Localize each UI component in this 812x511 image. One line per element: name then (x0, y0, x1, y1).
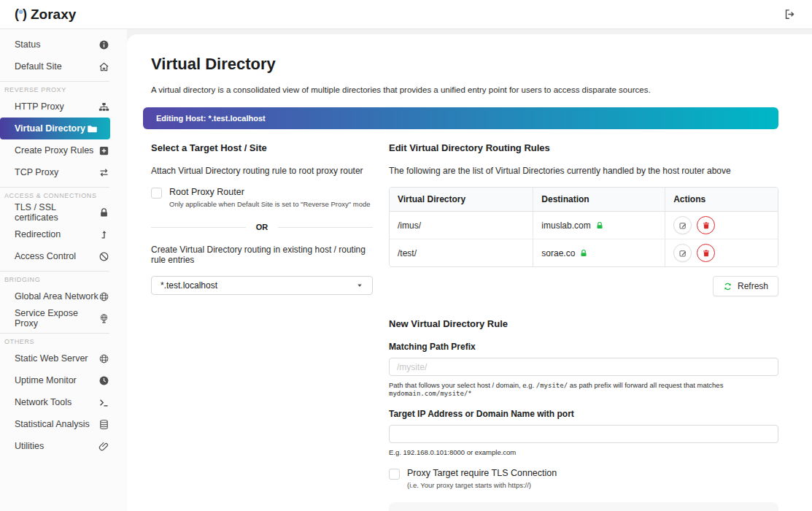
destination-text: imuslab.com (541, 220, 590, 231)
delete-rule-button[interactable] (697, 244, 715, 262)
col-header-virtual-directory: Virtual Directory (390, 188, 533, 212)
vdir-path-cell: /test/ (390, 239, 533, 267)
sidebar-section-header: ACCESS & CONNECTIONS (0, 187, 109, 201)
delete-rule-button[interactable] (697, 216, 715, 234)
sidebar-item-uptime-monitor[interactable]: Uptime Monitor (0, 369, 127, 391)
advance-settings-accordion[interactable]: Advance Settings (389, 502, 778, 511)
sidebar-item-http-proxy[interactable]: HTTP Proxy (0, 96, 127, 118)
root-proxy-label: Root Proxy Router (169, 187, 371, 197)
actions-cell (665, 212, 778, 239)
sidebar-item-virtual-directory[interactable]: Virtual Directory (0, 118, 110, 139)
root-proxy-note: Only applicable when Default Site is set… (169, 200, 371, 208)
sidebar-item-service-expose-proxy[interactable]: Service Expose Proxy (0, 307, 127, 329)
sidebar-item-label: Status (15, 39, 40, 50)
table-row: /imus/imuslab.com (390, 212, 778, 239)
sidebar-section-header: BRIDGING (0, 271, 109, 285)
host-select-value: *.test.localhost (161, 280, 217, 291)
topbar: (•) Zoraxy (0, 0, 812, 29)
refresh-button[interactable]: Refresh (713, 276, 778, 296)
sidebar-item-static-web-server[interactable]: Static Web Server (0, 347, 127, 369)
sidebar-item-global-area-network[interactable]: Global Area Network (0, 285, 127, 307)
host-select-dropdown[interactable]: *.test.localhost (151, 276, 373, 295)
destination-cell: imuslab.com (533, 212, 665, 239)
or-divider-label: OR (256, 223, 268, 231)
select-target-heading: Select a Target Host / Site (151, 142, 373, 153)
edit-rule-button[interactable] (673, 216, 692, 234)
sidebar-item-label: Global Area Network (15, 291, 98, 301)
sidebar-item-create-proxy-rules[interactable]: Create Proxy Rules (0, 139, 127, 161)
page-description: A virtual directory is a consolidated vi… (151, 85, 778, 94)
sidebar-section-header: OTHERS (0, 333, 109, 347)
col-header-destination: Destination (533, 188, 665, 212)
trash-icon (702, 221, 711, 230)
vdir-table: Virtual Directory Destination Actions /i… (389, 187, 778, 267)
sidebar-item-label: Statistical Analysis (15, 419, 90, 429)
sidebar-item-label: Redirection (15, 229, 61, 239)
content-card: Virtual Directory A virtual directory is… (127, 34, 812, 511)
sidebar-item-tcp-proxy[interactable]: TCP Proxy (0, 161, 127, 183)
edit-icon (678, 221, 687, 230)
sidebar-item-access-control[interactable]: Access Control (0, 245, 127, 267)
sidebar-section-header: REVERSE PROXY (0, 81, 109, 96)
plus-square-icon (98, 145, 109, 156)
paperclip-icon (98, 441, 109, 452)
root-proxy-checkbox[interactable] (151, 188, 162, 199)
attach-rule-text: Attach Virtual Directory routing rule to… (151, 166, 373, 176)
sidebar-item-label: Network Tools (15, 397, 71, 407)
zoraxy-logo-icon: (•) (15, 7, 26, 22)
matching-path-input[interactable] (389, 358, 778, 376)
exchange-icon (98, 167, 109, 178)
sidebar-item-statistical-analysis[interactable]: Statistical Analysis (0, 413, 127, 435)
main-area: Virtual Directory A virtual directory is… (127, 29, 812, 511)
sidebar-item-label: Default Site (15, 61, 62, 72)
tls-checkbox-label: Proxy Target require TLS Connection (407, 468, 557, 478)
globe-icon (98, 291, 109, 302)
sidebar-item-default-site[interactable]: Default Site (0, 55, 127, 77)
clock-icon (98, 375, 109, 386)
destination-cell: sorae.co (533, 239, 665, 267)
edit-rules-subtext: The following are the list of Virtual Di… (389, 166, 778, 176)
tls-lock-icon (595, 221, 604, 230)
globe-icon (98, 353, 109, 364)
caret-down-icon (356, 282, 363, 289)
editing-host-banner: Editing Host: *.test.localhost (143, 107, 778, 129)
trash-icon (702, 249, 711, 258)
sidebar-item-label: Access Control (15, 251, 76, 261)
sidebar-item-status[interactable]: Status (0, 34, 127, 55)
target-address-input[interactable] (389, 425, 778, 443)
sidebar-item-tls-ssl-certificates[interactable]: TLS / SSL certificates (0, 201, 127, 223)
edit-icon (678, 249, 687, 258)
app-logo: (•) Zoraxy (15, 7, 76, 23)
ban-icon (98, 251, 109, 262)
edit-rule-button[interactable] (673, 244, 692, 262)
sidebar-item-label: TCP Proxy (15, 167, 58, 177)
or-divider: OR (151, 223, 373, 231)
destination-text: sorae.co (541, 248, 575, 258)
new-rule-heading: New Virtual Directory Rule (389, 318, 778, 329)
target-address-label: Target IP Address or Domain Name with po… (389, 409, 778, 419)
sidebar-item-label: Create Proxy Rules (15, 145, 93, 155)
sidebar-item-redirection[interactable]: Redirection (0, 223, 127, 245)
vdir-table-body: /imus/imuslab.com/test/sorae.co (390, 212, 778, 267)
vdir-path-cell: /imus/ (390, 212, 533, 239)
database-icon (98, 419, 109, 430)
sidebar-item-label: Utilities (15, 441, 44, 451)
home-icon (98, 61, 109, 72)
sidebar-item-network-tools[interactable]: Network Tools (0, 391, 127, 413)
target-address-hint: E.g. 192.168.0.101:8000 or example.com (389, 448, 778, 456)
create-routing-text: Create Virtual Directory routing in exis… (151, 245, 373, 265)
page-title: Virtual Directory (151, 55, 778, 74)
sidebar-item-label: Static Web Server (15, 353, 88, 364)
sidebar-item-utilities[interactable]: Utilities (0, 435, 127, 457)
col-header-actions: Actions (665, 188, 778, 212)
refresh-icon (723, 282, 732, 291)
sidebar-item-label: Uptime Monitor (15, 375, 77, 385)
matching-path-hint: Path that follows your select host / dom… (389, 381, 778, 397)
info-circle-icon (98, 39, 109, 50)
sidebar-item-label: TLS / SSL certificates (15, 202, 98, 223)
folder-icon (87, 123, 98, 134)
table-row: /test/sorae.co (390, 239, 778, 267)
level-up-icon (98, 229, 109, 240)
signout-icon[interactable] (784, 8, 796, 20)
tls-checkbox[interactable] (389, 469, 400, 480)
